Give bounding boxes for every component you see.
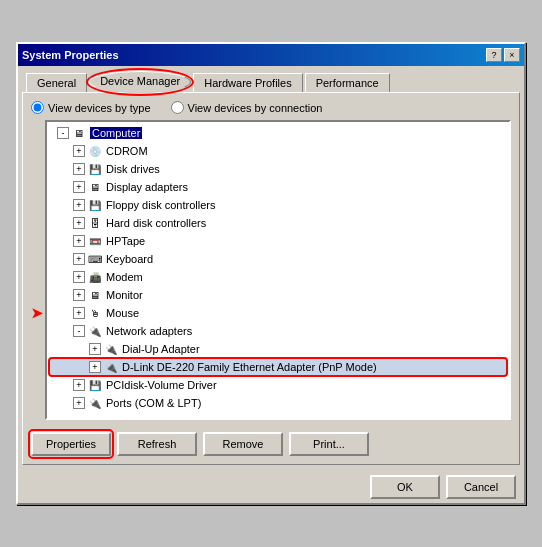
tree-item-label: Display adapters	[106, 181, 188, 193]
expand-icon[interactable]: +	[73, 271, 85, 283]
tree-item[interactable]: + 🖥 Display adapters	[49, 178, 507, 196]
expand-icon[interactable]: +	[73, 289, 85, 301]
display-icon: 🖥	[87, 180, 103, 194]
tree-item-label: Hard disk controllers	[106, 217, 206, 229]
tree-item[interactable]: + ⌨ Keyboard	[49, 250, 507, 268]
expand-icon[interactable]: +	[73, 199, 85, 211]
tab-general[interactable]: General	[26, 73, 87, 93]
expand-icon[interactable]: +	[73, 181, 85, 193]
expand-icon[interactable]: -	[57, 127, 69, 139]
network-icon: 🔌	[87, 324, 103, 338]
tree-item[interactable]: + 💾 Disk drives	[49, 160, 507, 178]
tree-item[interactable]: + 🔌 Ports (COM & LPT)	[49, 394, 507, 412]
cdrom-icon: 💿	[87, 144, 103, 158]
window-content: General Device Manager Hardware Profiles…	[18, 66, 524, 469]
tree-item-label: Modem	[106, 271, 143, 283]
harddisk-icon: 🗄	[87, 216, 103, 230]
expand-icon[interactable]: +	[73, 145, 85, 157]
remove-button[interactable]: Remove	[203, 432, 283, 456]
expand-icon[interactable]: -	[73, 325, 85, 337]
tree-item[interactable]: + 💾 Floppy disk controllers	[49, 196, 507, 214]
modem-icon: 📠	[87, 270, 103, 284]
expand-icon[interactable]: +	[73, 397, 85, 409]
bottom-buttons: OK Cancel	[18, 469, 524, 503]
adapter-icon: 🔌	[103, 342, 119, 356]
tree-item[interactable]: - 🖥 Computer	[49, 124, 507, 142]
expand-icon[interactable]: +	[73, 217, 85, 229]
radio-by-connection-input[interactable]	[171, 101, 184, 114]
device-tree[interactable]: - 🖥 Computer + 💿 CDROM +	[45, 120, 511, 420]
window-title: System Properties	[22, 49, 119, 61]
tree-item-dlink[interactable]: + 🔌 D-Link DE-220 Family Ethernet Adapte…	[49, 358, 507, 376]
floppy-icon: 💾	[87, 198, 103, 212]
tab-performance[interactable]: Performance	[305, 73, 390, 93]
title-bar: System Properties ? ×	[18, 44, 524, 66]
tree-item-label: Keyboard	[106, 253, 153, 265]
tape-icon: 📼	[87, 234, 103, 248]
ports-icon: 🔌	[87, 396, 103, 410]
title-bar-buttons: ? ×	[486, 48, 520, 62]
tree-item-label: Floppy disk controllers	[106, 199, 215, 211]
help-button[interactable]: ?	[486, 48, 502, 62]
computer-icon: 🖥	[71, 126, 87, 140]
tree-item[interactable]: + 💿 CDROM	[49, 142, 507, 160]
system-properties-window: System Properties ? × General Device Man…	[16, 42, 526, 505]
tree-item-label: Monitor	[106, 289, 143, 301]
tree-item-label: Mouse	[106, 307, 139, 319]
refresh-button[interactable]: Refresh	[117, 432, 197, 456]
expand-icon[interactable]: +	[89, 343, 101, 355]
expand-icon[interactable]: +	[73, 253, 85, 265]
expand-icon[interactable]: +	[73, 379, 85, 391]
radio-by-type[interactable]: View devices by type	[31, 101, 151, 114]
disk-icon: 💾	[87, 162, 103, 176]
ethernet-icon: 🔌	[103, 360, 119, 374]
tree-item-label: Dial-Up Adapter	[122, 343, 200, 355]
tab-device-manager[interactable]: Device Manager	[89, 71, 191, 93]
close-button[interactable]: ×	[504, 48, 520, 62]
expand-icon[interactable]: +	[89, 361, 101, 373]
expand-icon[interactable]: +	[73, 235, 85, 247]
tree-item-label: Network adapters	[106, 325, 192, 337]
red-arrow-indicator: ➤	[31, 120, 43, 321]
tree-item-label: Ports (COM & LPT)	[106, 397, 201, 409]
radio-by-type-input[interactable]	[31, 101, 44, 114]
tree-item[interactable]: - 🔌 Network adapters	[49, 322, 507, 340]
tree-item[interactable]: + 💾 PCIdisk-Volume Driver	[49, 376, 507, 394]
tree-item-label: Computer	[90, 127, 142, 139]
tree-item[interactable]: + 🖥 Monitor	[49, 286, 507, 304]
tree-item[interactable]: + 🔌 Dial-Up Adapter	[49, 340, 507, 358]
mouse-icon: 🖱	[87, 306, 103, 320]
pci-icon: 💾	[87, 378, 103, 392]
tree-item[interactable]: + 📠 Modem	[49, 268, 507, 286]
monitor-icon: 🖥	[87, 288, 103, 302]
tree-item-label: HPTape	[106, 235, 145, 247]
properties-button[interactable]: Properties	[31, 432, 111, 456]
radio-group: View devices by type View devices by con…	[31, 101, 511, 114]
expand-icon[interactable]: +	[73, 163, 85, 175]
action-buttons: Properties Refresh Remove Print...	[31, 432, 511, 456]
tree-item[interactable]: + 📼 HPTape	[49, 232, 507, 250]
tab-bar: General Device Manager Hardware Profiles…	[26, 70, 520, 92]
tree-item-label: Disk drives	[106, 163, 160, 175]
keyboard-icon: ⌨	[87, 252, 103, 266]
tree-item[interactable]: + 🖱 Mouse	[49, 304, 507, 322]
ok-button[interactable]: OK	[370, 475, 440, 499]
expand-icon[interactable]: +	[73, 307, 85, 319]
print-button[interactable]: Print...	[289, 432, 369, 456]
tree-item-label: CDROM	[106, 145, 148, 157]
tree-item-label: D-Link DE-220 Family Ethernet Adapter (P…	[122, 361, 377, 373]
cancel-button[interactable]: Cancel	[446, 475, 516, 499]
radio-by-connection[interactable]: View devices by connection	[171, 101, 323, 114]
tree-item-label: PCIdisk-Volume Driver	[106, 379, 217, 391]
tree-item[interactable]: + 🗄 Hard disk controllers	[49, 214, 507, 232]
tab-hardware-profiles[interactable]: Hardware Profiles	[193, 73, 302, 93]
tab-panel: View devices by type View devices by con…	[22, 92, 520, 465]
